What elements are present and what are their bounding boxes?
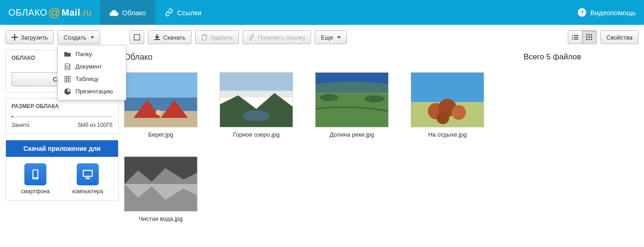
folder-icon (64, 51, 71, 57)
create-table-item[interactable]: Таблицу (58, 73, 126, 85)
size-panel-title: РАЗМЕР ОБЛАКА (6, 98, 118, 114)
svg-rect-5 (588, 34, 590, 35)
delete-button[interactable]: Удалить (195, 30, 239, 44)
svg-rect-10 (586, 39, 588, 40)
get-link-label: Получить ссылку (258, 34, 305, 41)
doc-icon (64, 63, 71, 70)
svg-point-33 (365, 95, 384, 103)
caret-down-icon (90, 36, 94, 39)
nav-tab-label: Ссылки (177, 9, 202, 17)
nav-tab-links[interactable]: Ссылки (155, 0, 211, 25)
svg-rect-34 (411, 73, 484, 102)
svg-rect-27 (220, 91, 293, 98)
create-label: Создать (63, 34, 86, 41)
trash-icon (201, 34, 208, 40)
svg-rect-7 (586, 36, 588, 38)
grid-view-button[interactable] (582, 30, 597, 44)
svg-text:?: ? (580, 9, 584, 16)
promo-phone-tile[interactable]: смартфона (21, 163, 50, 195)
create-button[interactable]: Создать (57, 30, 100, 44)
file-item[interactable]: Берег.jpg (124, 72, 198, 138)
logo[interactable]: ОБЛАКО@Mail.ru (0, 0, 100, 25)
create-folder-item[interactable]: Папку (58, 48, 126, 60)
file-name: Берег.jpg (124, 131, 198, 138)
file-name: Чистая вода.jpg (124, 215, 198, 222)
svg-rect-18 (86, 178, 90, 178)
svg-rect-17 (84, 171, 91, 176)
promo-body: смартфона компьютера (6, 157, 118, 200)
file-item[interactable]: На отдыхе.jpg (411, 72, 484, 138)
get-link-button[interactable]: Получить ссылку (243, 30, 311, 44)
file-thumbnail (124, 156, 198, 212)
list-view-button[interactable] (568, 30, 582, 44)
video-help[interactable]: ? Видеопомощь (569, 0, 644, 25)
download-label: Скачать (163, 34, 186, 41)
cloud-icon (109, 8, 119, 17)
dropdown-item-label: Таблицу (75, 75, 98, 82)
file-item[interactable]: Чистая вода.jpg (124, 156, 198, 222)
svg-marker-28 (220, 93, 293, 127)
caret-down-icon (337, 36, 341, 39)
toolbar-right: Свойства (568, 30, 638, 44)
properties-button[interactable]: Свойства (600, 30, 638, 44)
app-header: ОБЛАКО@Mail.ru Облако Ссылки ? Видеопомо… (0, 0, 644, 25)
create-doc-item[interactable]: Документ (58, 60, 126, 73)
phone-icon (24, 163, 46, 185)
help-label: Видеопомощь (590, 9, 636, 17)
upload-label: Загрузить (21, 34, 48, 41)
file-item[interactable]: Долина реки.jpg (315, 72, 389, 138)
svg-rect-19 (85, 178, 90, 179)
more-button[interactable]: Еще (315, 30, 346, 44)
download-icon (154, 34, 160, 40)
breadcrumb: Облако (124, 52, 513, 62)
create-dropdown-wrap: Создать Папку Документ Таблицу (57, 30, 100, 44)
size-panel: РАЗМЕР ОБЛАКА Занято 5Мб из 100Гб (6, 98, 119, 134)
svg-rect-3 (134, 34, 140, 40)
promo-phone-label: смартфона (21, 188, 50, 195)
nav-tab-cloud[interactable]: Облако (100, 0, 155, 25)
svg-rect-21 (124, 98, 197, 111)
file-thumbnail (411, 72, 484, 127)
svg-rect-12 (591, 39, 592, 40)
logo-ru: .ru (80, 7, 92, 18)
view-toggle (568, 30, 597, 44)
presentation-icon (64, 88, 71, 95)
download-button[interactable]: Скачать (148, 30, 192, 44)
svg-rect-8 (588, 36, 590, 38)
link-icon (249, 34, 255, 40)
promo-pc-tile[interactable]: компьютера (72, 163, 103, 195)
create-pres-item[interactable]: Презентацию (58, 85, 126, 98)
svg-rect-20 (124, 73, 197, 98)
svg-rect-2 (64, 76, 71, 82)
svg-point-25 (156, 110, 161, 115)
file-name: Долина реки.jpg (315, 131, 389, 138)
svg-rect-9 (591, 36, 592, 38)
list-icon (572, 34, 578, 40)
create-dropdown: Папку Документ Таблицу Презентацию (57, 45, 126, 100)
logo-mail: Mail (62, 7, 80, 18)
dropdown-item-label: Документ (75, 63, 102, 70)
upload-button[interactable]: Загрузить (6, 30, 54, 44)
svg-rect-11 (588, 39, 590, 40)
header-spacer (210, 0, 569, 25)
size-progress (11, 116, 113, 117)
left-button-group: Загрузить Создать Папку Документ Таблицу (6, 30, 124, 44)
nav-tab-label: Облако (122, 9, 146, 17)
plus-icon (11, 34, 18, 40)
file-item[interactable]: Горное озеро.jpg (220, 72, 293, 138)
svg-point-38 (452, 105, 466, 120)
used-value: 5Мб из 100Гб (78, 122, 113, 128)
file-thumbnail (124, 72, 198, 127)
app-promo: Скачай приложение для смартфона компьюте… (6, 140, 119, 201)
main-toolbar: Скачать Удалить Получить ссылку Еще (124, 30, 638, 44)
logo-cloud: ОБЛАКО (8, 7, 47, 18)
svg-rect-6 (591, 34, 592, 35)
checkbox-icon (134, 34, 140, 40)
file-grid: Берег.jpg Горное озеро.jpg Долина реки.j… (124, 72, 513, 222)
used-label: Занято (11, 122, 29, 128)
file-thumbnail (315, 72, 389, 127)
more-label: Еще (321, 34, 333, 41)
delete-label: Удалить (210, 34, 233, 41)
info-panel: Всего 5 файлов (518, 50, 638, 222)
select-all-button[interactable] (130, 30, 144, 44)
